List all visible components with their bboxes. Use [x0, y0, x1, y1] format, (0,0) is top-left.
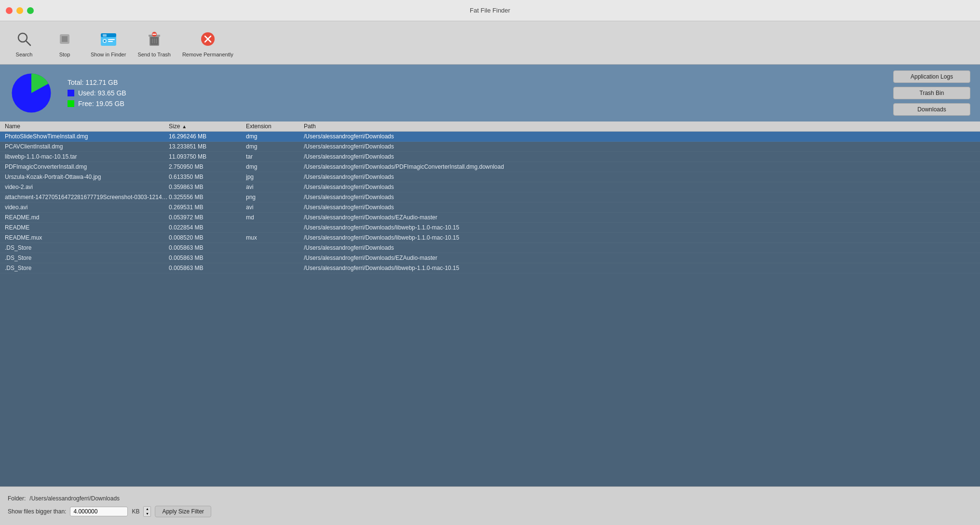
table-row[interactable]: .DS_Store 0.005863 MB /Users/alessandrog… [0, 253, 980, 263]
cell-name: README [5, 224, 169, 231]
table-row[interactable]: PCAVClientInstall.dmg 13.233851 MB dmg /… [0, 142, 980, 152]
cell-path: /Users/alessandrogferri/Downloads/EZAudi… [304, 214, 975, 221]
table-row[interactable]: Urszula-Kozak-Portrait-Ottawa-40.jpg 0.6… [0, 172, 980, 182]
table-row[interactable]: libwebp-1.1.0-mac-10.15.tar 11.093750 MB… [0, 152, 980, 162]
trash-icon [144, 28, 165, 50]
cell-ext [246, 254, 304, 262]
folder-label: Folder: [8, 495, 26, 502]
free-stat: Free: 19.05 GB [68, 100, 126, 108]
filter-row: Show files bigger than: KB ▲ ▼ Apply Siz… [8, 506, 972, 517]
table-row[interactable]: video-2.avi 0.359863 MB avi /Users/aless… [0, 182, 980, 192]
header-name: Name [5, 123, 169, 130]
used-label: Used: 93.65 GB [78, 89, 126, 97]
cell-size: 0.053972 MB [169, 214, 246, 221]
info-panel: Total: 112.71 GB Used: 93.65 GB Free: 19… [0, 65, 980, 121]
file-rows: PhotoSlideShowTimeInstall.dmg 16.296246 … [0, 132, 980, 273]
svg-rect-3 [62, 36, 68, 42]
used-stat: Used: 93.65 GB [68, 89, 126, 97]
cell-path: /Users/alessandrogferri/Downloads [304, 143, 975, 150]
svg-line-1 [26, 41, 30, 45]
downloads-button[interactable]: Downloads [893, 103, 970, 116]
remove-permanently-button[interactable]: Remove Permanently [182, 28, 233, 57]
trash-bin-button[interactable]: Trash Bin [893, 87, 970, 99]
cell-size: 0.325556 MB [169, 193, 246, 201]
cell-size: 0.005863 MB [169, 254, 246, 262]
cell-name: PCAVClientInstall.dmg [5, 143, 169, 150]
close-button[interactable] [6, 7, 13, 14]
apply-filter-button[interactable]: Apply Size Filter [155, 506, 211, 517]
cell-size: 0.005863 MB [169, 244, 246, 252]
table-row[interactable]: PDFImagicConverterInstall.dmg 2.750950 M… [0, 162, 980, 172]
main-area: Total: 112.71 GB Used: 93.65 GB Free: 19… [0, 65, 980, 525]
cell-name: libwebp-1.1.0-mac-10.15.tar [5, 153, 169, 161]
maximize-button[interactable] [27, 7, 34, 14]
cell-size: 16.296246 MB [169, 133, 246, 140]
stepper-down-button[interactable]: ▼ [144, 512, 150, 516]
cell-ext: md [246, 214, 304, 221]
stepper-up-button[interactable]: ▲ [144, 507, 150, 512]
cell-path: /Users/alessandrogferri/Downloads [304, 153, 975, 161]
table-row[interactable]: video.avi 0.269531 MB avi /Users/alessan… [0, 202, 980, 213]
cell-path: /Users/alessandrogferri/Downloads/libweb… [304, 224, 975, 231]
cell-ext: tar [246, 153, 304, 161]
svg-rect-26 [68, 100, 74, 107]
stop-button[interactable]: Stop [50, 28, 79, 57]
cell-size: 0.005863 MB [169, 264, 246, 272]
table-row[interactable]: README 0.022854 MB /Users/alessandrogfer… [0, 223, 980, 233]
stop-icon [54, 28, 75, 50]
table-row[interactable]: .DS_Store 0.005863 MB /Users/alessandrog… [0, 263, 980, 273]
cell-path: /Users/alessandrogferri/Downloads [304, 193, 975, 201]
cell-path: /Users/alessandrogferri/Downloads/libweb… [304, 264, 975, 272]
show-in-finder-button[interactable]: Show in Finder [91, 28, 126, 57]
cell-size: 0.359863 MB [169, 183, 246, 191]
cell-ext: dmg [246, 133, 304, 140]
application-logs-button[interactable]: Application Logs [893, 70, 970, 83]
total-stat: Total: 112.71 GB [68, 79, 126, 86]
cell-size: 2.750950 MB [169, 163, 246, 171]
filter-input[interactable] [70, 507, 128, 516]
table-row[interactable]: README.md 0.053972 MB md /Users/alessand… [0, 213, 980, 223]
cell-size: 0.022854 MB [169, 224, 246, 231]
cell-size: 13.233851 MB [169, 143, 246, 150]
cell-name: .DS_Store [5, 264, 169, 272]
svg-rect-25 [68, 90, 74, 96]
cell-name: README.md [5, 214, 169, 221]
cell-path: /Users/alessandrogferri/Downloads/PDFIma… [304, 163, 975, 171]
cell-ext: dmg [246, 163, 304, 171]
send-to-trash-button[interactable]: Send to Trash [137, 28, 171, 57]
cell-ext [246, 244, 304, 252]
table-row[interactable]: README.mux 0.008520 MB mux /Users/alessa… [0, 233, 980, 243]
cell-path: /Users/alessandrogferri/Downloads [304, 244, 975, 252]
search-icon [14, 28, 35, 50]
cell-ext: png [246, 193, 304, 201]
cell-name: Urszula-Kozak-Portrait-Ottawa-40.jpg [5, 173, 169, 181]
free-label: Free: 19.05 GB [78, 100, 124, 108]
cell-size: 0.613350 MB [169, 173, 246, 181]
disk-stats: Total: 112.71 GB Used: 93.65 GB Free: 19… [68, 79, 126, 108]
folder-path: /Users/alessandrogferri/Downloads [29, 495, 120, 502]
table-row[interactable]: PhotoSlideShowTimeInstall.dmg 16.296246 … [0, 132, 980, 142]
cell-ext: avi [246, 203, 304, 211]
cell-name: README.mux [5, 234, 169, 242]
table-row[interactable]: attachment-147270516472281677719Screensh… [0, 192, 980, 202]
cell-ext: mux [246, 234, 304, 242]
disk-chart [10, 71, 53, 115]
header-size: Size ▲ [169, 123, 246, 130]
filter-label: Show files bigger than: [8, 508, 66, 515]
file-list-container[interactable]: Name Size ▲ Extension Path PhotoSlideSho… [0, 121, 980, 486]
cell-ext [246, 264, 304, 272]
filter-stepper[interactable]: ▲ ▼ [143, 506, 151, 517]
title-bar: Fat File Finder [0, 0, 980, 21]
bottom-bar: Folder: /Users/alessandrogferri/Download… [0, 486, 980, 525]
cell-name: .DS_Store [5, 254, 169, 262]
svg-rect-10 [103, 34, 107, 37]
finder-icon [98, 28, 119, 50]
table-row[interactable]: .DS_Store 0.005863 MB /Users/alessandrog… [0, 243, 980, 253]
remove-icon [197, 28, 218, 50]
search-button[interactable]: Search [10, 28, 39, 57]
svg-point-7 [104, 40, 106, 42]
minimize-button[interactable] [16, 7, 23, 14]
cell-path: /Users/alessandrogferri/Downloads [304, 203, 975, 211]
window-controls [6, 7, 34, 14]
cell-size: 0.008520 MB [169, 234, 246, 242]
